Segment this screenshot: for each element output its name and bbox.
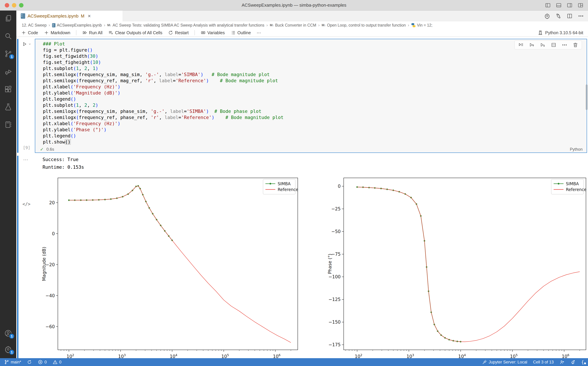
- toolbar--[interactable]: ⋯: [257, 30, 261, 35]
- code-line[interactable]: ### Plot: [43, 41, 587, 47]
- sync-icon: [27, 359, 32, 365]
- scrollbar[interactable]: [586, 84, 588, 110]
- code-line[interactable]: fig.set_figwidth(30): [43, 53, 587, 59]
- titlebar: ACSweepExamples.ipynb — simba-python-exa…: [0, 0, 588, 11]
- sidebar-item-explorer[interactable]: [4, 14, 13, 23]
- svg-text:−125: −125: [328, 297, 341, 302]
- breadcrumb-item[interactable]: Vin = 12;: [411, 23, 432, 28]
- cell-language[interactable]: Python: [570, 147, 582, 152]
- sidebar-item-extensions[interactable]: [4, 85, 13, 94]
- gear-icon[interactable]: [544, 13, 550, 19]
- breadcrumb-item[interactable]: M↓AC Sweep Tests: validating SIMBA AC Sw…: [107, 23, 264, 28]
- sidebar-item-settings[interactable]: 1: [4, 345, 13, 354]
- sidebar-item-testing[interactable]: [4, 102, 13, 111]
- sidebar-item-source-control[interactable]: 1: [4, 49, 13, 58]
- output-focus-indicator: [17, 156, 18, 358]
- split-cell-icon[interactable]: [551, 42, 557, 48]
- toolbar-markdown[interactable]: Markdown: [44, 30, 70, 35]
- toolbar-code[interactable]: Code: [21, 30, 38, 35]
- person-icon: [559, 359, 565, 365]
- customize-layout-icon[interactable]: [577, 2, 584, 8]
- output-mimetype-icon[interactable]: </>: [22, 202, 30, 207]
- code-line[interactable]: fig.set_figheight(10): [43, 59, 587, 65]
- breadcrumb-item[interactable]: ACSweepExamples.ipynb: [52, 23, 102, 28]
- more-icon[interactable]: [578, 13, 584, 19]
- code-line[interactable]: plt.subplot(1, 2, 2): [43, 102, 587, 108]
- statusbar-jupyter-server[interactable]: Jupyter Server: Local: [482, 359, 527, 365]
- code-line[interactable]: plt.semilogx(frequency_sim, mag_sim, 'g.…: [43, 71, 587, 78]
- statusbar-warnings[interactable]: 0: [52, 359, 61, 365]
- svg-text:104: 104: [458, 353, 466, 358]
- code-line[interactable]: plt.show(): [43, 139, 587, 145]
- sidebar-item-search[interactable]: [4, 32, 13, 40]
- code-line[interactable]: plt.subplot(1, 2, 1): [43, 65, 587, 71]
- breadcrumb-item[interactable]: M↓Buck Converter in CCM: [270, 23, 316, 28]
- code-line[interactable]: plt.legend(): [43, 96, 587, 102]
- cell-editor[interactable]: ### Plotfig = plt.figure()fig.set_figwid…: [35, 39, 587, 153]
- layout-controls: [545, 2, 584, 8]
- statusbar-language-status[interactable]: {: [581, 359, 584, 365]
- statusbar-accounts-status[interactable]: [559, 359, 565, 365]
- statusbar-cell-position[interactable]: Cell 3 of 13: [533, 360, 554, 365]
- breadcrumb-label: 12. AC Sweep: [22, 23, 47, 28]
- files-icon: [4, 14, 12, 23]
- svg-text:−75: −75: [331, 252, 341, 257]
- markdown-icon: M↓: [107, 23, 111, 27]
- trash-icon[interactable]: [573, 42, 578, 48]
- statusbar-notifications[interactable]: [570, 359, 575, 365]
- toolbar-restart[interactable]: Restart: [168, 30, 189, 35]
- code-editor-content[interactable]: ### Plotfig = plt.figure()fig.set_figwid…: [35, 39, 587, 146]
- editor-area: ACSweepExamples.ipynb M × 12. AC Sweep›A…: [16, 11, 588, 358]
- sidebar-item-notebook[interactable]: [4, 120, 13, 129]
- svg-text:Magnitude (dB): Magnitude (dB): [42, 247, 47, 281]
- code-line[interactable]: plt.legend(): [43, 133, 587, 139]
- statusbar-git-branch[interactable]: main*: [4, 359, 21, 365]
- code-line[interactable]: plt.ylabel('Phase (°)'): [43, 127, 587, 133]
- split-editor-icon[interactable]: [566, 13, 573, 19]
- chevron-down-icon: [28, 42, 32, 46]
- execution-count: [9]: [23, 145, 30, 150]
- code-line[interactable]: plt.semilogx(frequency_ref, mag_ref, 'r'…: [43, 78, 587, 84]
- toggle-sidebar-icon[interactable]: [545, 2, 551, 8]
- breadcrumb-item[interactable]: 12. AC Sweep: [22, 23, 47, 28]
- code-cell: [9] ### Plotfig = plt.figure()fig.set_fi…: [16, 39, 588, 153]
- badge: 1: [9, 349, 15, 355]
- code-line[interactable]: fig = plt.figure(): [43, 47, 587, 53]
- kernel-switch-icon[interactable]: [555, 13, 561, 19]
- toolbar-clear-outputs-of-all-cells[interactable]: Clear Outputs of All Cells: [108, 30, 162, 35]
- more-icon[interactable]: [562, 42, 567, 48]
- tab-close-icon[interactable]: ×: [88, 13, 91, 19]
- code-line[interactable]: plt.semilogx(frequency_sim, phase_sim, '…: [43, 108, 587, 114]
- notebook-toolbar: CodeMarkdownRun AllClear Outputs of All …: [16, 29, 588, 37]
- toolbar-variables[interactable]: Variables: [201, 30, 225, 35]
- variables-icon: [201, 30, 206, 35]
- run-below-icon[interactable]: [540, 42, 546, 48]
- run-above-icon[interactable]: [529, 42, 535, 48]
- code-line[interactable]: plt.semilogx(frequency_ref, phase_ref, '…: [43, 114, 587, 121]
- run-byline-icon[interactable]: [518, 42, 524, 48]
- sidebar-item-run-debug[interactable]: [4, 67, 13, 76]
- run-cell-button[interactable]: [22, 41, 32, 47]
- kernel-server-icon: [538, 30, 543, 35]
- toolbar-run-all[interactable]: Run All: [82, 30, 102, 35]
- svg-text:Reference: Reference: [278, 187, 298, 192]
- svg-text:SIMBA: SIMBA: [566, 182, 579, 186]
- output-menu-icon[interactable]: ⋯: [23, 157, 29, 163]
- code-line[interactable]: plt.xlabel('Frequency (Hz)'): [43, 121, 587, 127]
- tab-acsweepexamples[interactable]: ACSweepExamples.ipynb M ×: [16, 11, 123, 22]
- svg-text:106: 106: [273, 353, 281, 358]
- breadcrumb-label: ACSweepExamples.ipynb: [57, 23, 102, 28]
- toolbar-outline[interactable]: Outline: [231, 30, 251, 35]
- svg-text:104: 104: [170, 353, 178, 358]
- code-line[interactable]: plt.xlabel('Frequency (Hz)'): [43, 84, 587, 90]
- toggle-panel-icon[interactable]: [556, 2, 562, 8]
- sidebar-item-accounts[interactable]: 1: [4, 329, 13, 338]
- statusbar-sync[interactable]: [27, 359, 32, 365]
- svg-text:Phase (°): Phase (°): [327, 254, 332, 274]
- kernel-picker[interactable]: Python 3.10.5 64-bit: [538, 30, 583, 35]
- toggle-secondary-sidebar-icon[interactable]: [566, 2, 573, 8]
- cell-toolbar: [514, 40, 582, 49]
- breadcrumb-item[interactable]: M↓Open Loop, control to output transfer …: [322, 23, 406, 28]
- statusbar-errors[interactable]: 0: [38, 359, 47, 365]
- code-line[interactable]: plt.ylabel('Magnitude (dB)'): [43, 90, 587, 96]
